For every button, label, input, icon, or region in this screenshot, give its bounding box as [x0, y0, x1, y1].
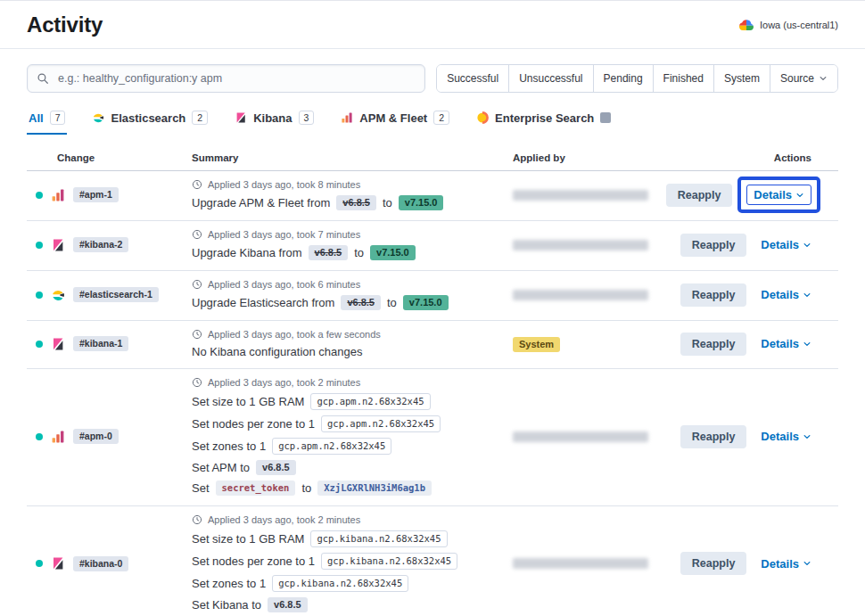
- summary-text: Set APM to: [192, 461, 250, 474]
- new-version-badge: v7.15.0: [399, 195, 444, 210]
- config-value-badge: gcp.apm.n2.68x32x45: [321, 415, 441, 432]
- reapply-button[interactable]: Reapply: [680, 283, 747, 307]
- activity-row: #apm-0 Applied 3 days ago, took 2 minute…: [27, 369, 838, 506]
- details-button[interactable]: Details: [761, 557, 811, 571]
- details-button[interactable]: Details: [761, 337, 811, 350]
- filter-successful-label: Successful: [447, 72, 498, 85]
- col-change: Change: [27, 152, 192, 163]
- reapply-button[interactable]: Reapply: [680, 234, 747, 257]
- chevron-down-icon: [803, 340, 811, 349]
- system-badge: System: [513, 337, 560, 352]
- version-badge: v6.8.5: [268, 597, 308, 612]
- health-dot: [36, 341, 43, 348]
- tab-apm-fleet-count: 2: [433, 111, 449, 125]
- applied-by-cell: [513, 190, 682, 201]
- filter-unsuccessful[interactable]: Unsuccessful: [508, 65, 592, 92]
- config-value-badge: gcp.kibana.n2.68x32x45: [272, 575, 408, 592]
- summary-lines: No Kibana configuration changes: [192, 345, 498, 358]
- new-version-badge: v7.15.0: [370, 245, 416, 260]
- applied-time: Applied 3 days ago, took 6 minutes: [192, 279, 498, 290]
- details-button[interactable]: Details: [761, 238, 811, 251]
- chevron-down-icon: [803, 559, 811, 568]
- config-value-badge: gcp.apm.n2.68x32x45: [310, 393, 430, 410]
- summary-line: Set Kibana tov6.8.5: [192, 597, 498, 612]
- summary-text: Set Kibana to: [192, 598, 261, 612]
- tab-all[interactable]: All 7: [27, 107, 67, 135]
- summary-text: Set: [192, 481, 210, 495]
- version-badge: v6.8.5: [256, 460, 296, 475]
- table-body: #apm-1 Applied 3 days ago, took 8 minute…: [27, 171, 838, 616]
- redacted-user: [513, 190, 648, 201]
- applied-time-text: Applied 3 days ago, took a few seconds: [208, 329, 381, 340]
- google-cloud-icon: [738, 17, 754, 33]
- chevron-down-icon: [803, 291, 811, 300]
- reapply-button[interactable]: Reapply: [680, 333, 747, 356]
- activity-row: #kibana-0 Applied 3 days ago, took 2 min…: [27, 506, 838, 616]
- config-value-badge: gcp.kibana.n2.68x32x45: [310, 530, 447, 547]
- applied-by-cell: [513, 431, 682, 442]
- change-id-badge: #kibana-1: [73, 336, 128, 351]
- summary-line: Set nodes per zone to 1gcp.kibana.n2.68x…: [192, 553, 498, 570]
- tab-elasticsearch-label: Elasticsearch: [111, 111, 185, 125]
- tab-apm-fleet[interactable]: APM & Fleet 2: [339, 107, 451, 135]
- tab-enterprise-search-label: Enterprise Search: [495, 111, 594, 125]
- old-version-badge: v6.8.5: [341, 295, 381, 310]
- summary-text: Upgrade Elasticsearch from: [192, 296, 334, 309]
- activity-row: #kibana-2 Applied 3 days ago, took 7 min…: [27, 221, 838, 271]
- search-box: [27, 64, 425, 93]
- reapply-button[interactable]: Reapply: [680, 425, 747, 448]
- tab-enterprise-search[interactable]: Enterprise Search: [474, 107, 613, 135]
- filter-system-label: System: [724, 72, 760, 85]
- details-wrap: Details: [761, 337, 811, 350]
- resource-tabs: All 7 Elasticsearch 2 Kibana 3: [27, 107, 838, 135]
- applied-by-cell: [513, 290, 682, 300]
- summary-line: No Kibana configuration changes: [192, 345, 498, 358]
- tab-kibana[interactable]: Kibana 3: [233, 107, 316, 135]
- tab-elasticsearch[interactable]: Elasticsearch 2: [90, 107, 210, 135]
- filter-successful[interactable]: Successful: [437, 65, 508, 92]
- details-button[interactable]: Details: [746, 185, 811, 205]
- apm-icon: [51, 430, 65, 444]
- summary-cell: Applied 3 days ago, took 6 minutes Upgra…: [192, 275, 513, 314]
- summary-line: Set size to 1 GB RAMgcp.apm.n2.68x32x45: [192, 393, 498, 410]
- filter-finished[interactable]: Finished: [653, 65, 713, 92]
- details-label: Details: [754, 188, 792, 201]
- details-label: Details: [761, 337, 799, 350]
- summary-line: Set size to 1 GB RAMgcp.kibana.n2.68x32x…: [192, 530, 498, 547]
- actions-cell: ReapplyDetails: [682, 552, 838, 575]
- applied-time: Applied 3 days ago, took a few seconds: [192, 329, 498, 340]
- summary-lines: Upgrade Elasticsearch fromv6.8.5tov7.15.…: [192, 295, 498, 310]
- summary-text: Upgrade Kibana from: [192, 246, 302, 259]
- summary-cell: Applied 3 days ago, took a few seconds N…: [192, 325, 513, 362]
- new-version-badge: v7.15.0: [403, 295, 449, 310]
- applied-time-text: Applied 3 days ago, took 8 minutes: [208, 179, 360, 190]
- summary-text: Set size to 1 GB RAM: [192, 532, 304, 546]
- chevron-down-icon: [819, 74, 828, 83]
- summary-line: Set zones to 1gcp.apm.n2.68x32x45: [192, 438, 498, 455]
- filter-source[interactable]: Source: [770, 65, 837, 92]
- filter-pending[interactable]: Pending: [593, 65, 653, 92]
- change-id-badge: #kibana-0: [73, 556, 128, 571]
- details-button[interactable]: Details: [761, 288, 811, 301]
- applied-time-text: Applied 3 days ago, took 6 minutes: [208, 279, 360, 290]
- filter-finished-label: Finished: [663, 72, 704, 85]
- kibana-icon: [235, 111, 247, 124]
- details-label: Details: [761, 430, 799, 443]
- redacted-user: [513, 240, 648, 251]
- details-button[interactable]: Details: [761, 430, 811, 443]
- change-cell: #elasticsearch-1: [27, 287, 192, 302]
- reapply-button[interactable]: Reapply: [666, 184, 733, 207]
- filter-system[interactable]: System: [713, 65, 770, 92]
- kibana-icon: [51, 556, 65, 571]
- details-wrap: Details: [746, 185, 811, 205]
- summary-text: No Kibana configuration changes: [192, 345, 363, 358]
- reapply-button[interactable]: Reapply: [680, 552, 747, 575]
- clock-icon: [192, 179, 202, 190]
- applied-time-text: Applied 3 days ago, took 2 minutes: [208, 514, 360, 525]
- search-input[interactable]: [56, 71, 416, 86]
- tab-apm-fleet-label: APM & Fleet: [359, 111, 427, 125]
- applied-time: Applied 3 days ago, took 2 minutes: [192, 514, 498, 525]
- summary-cell: Applied 3 days ago, took 2 minutes Set s…: [192, 374, 513, 499]
- summary-cell: Applied 3 days ago, took 2 minutes Set s…: [192, 511, 513, 616]
- activity-row: #kibana-1 Applied 3 days ago, took a few…: [27, 321, 838, 369]
